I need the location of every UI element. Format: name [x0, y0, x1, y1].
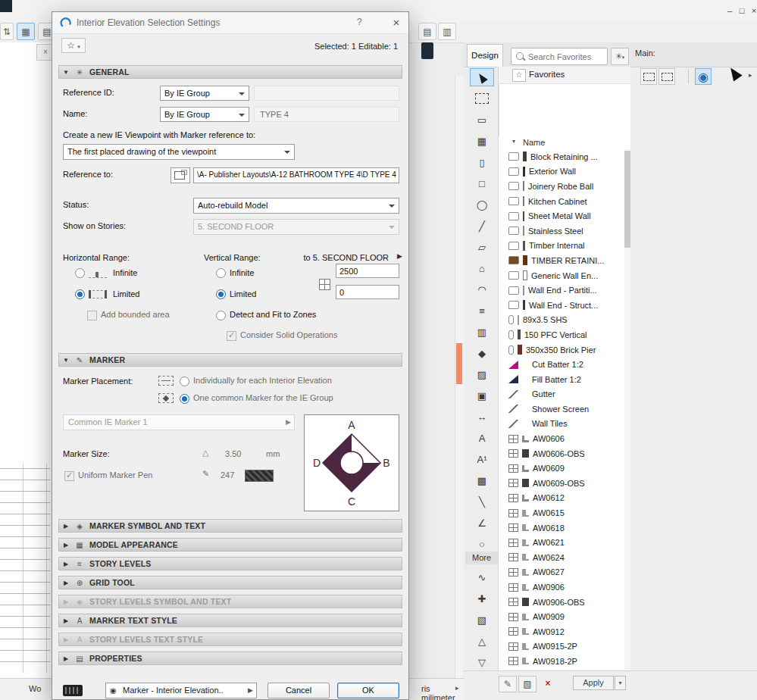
favorite-item[interactable]: 150 PFC Vertical — [499, 327, 624, 342]
favorite-item[interactable]: Kitchen Cabinet — [499, 194, 624, 209]
publish-button[interactable]: ▤ — [418, 23, 436, 40]
favorite-item[interactable]: AW0609 — [499, 461, 624, 476]
apply-button[interactable]: Apply — [573, 676, 614, 690]
favorite-item[interactable]: Fill Batter 1:2 — [499, 372, 624, 387]
new-favorite-button[interactable]: ✎ — [499, 676, 517, 692]
favorite-item[interactable]: Gutter — [499, 387, 624, 402]
favorite-item[interactable]: AW0615 — [499, 505, 624, 520]
name-dropdown[interactable]: By IE Group — [160, 107, 249, 122]
delete-favorite-button[interactable]: × — [540, 676, 556, 691]
favorite-item[interactable]: 350x350 Brick Pier — [499, 342, 624, 358]
favorite-item[interactable]: AW0906-OBS — [499, 595, 624, 610]
close-window-button[interactable]: × — [749, 5, 757, 17]
search-input[interactable] — [527, 50, 605, 64]
shell-tool[interactable]: ◠ — [470, 280, 494, 298]
door-tool[interactable]: ▯ — [470, 153, 494, 171]
cancel-button[interactable]: Cancel — [267, 683, 330, 698]
horizontal-infinite-radio[interactable] — [75, 268, 85, 278]
hotspot-tool[interactable]: ✚ — [470, 589, 494, 608]
favorite-item[interactable]: AW0621 — [499, 535, 624, 550]
favorite-item[interactable]: Generic Wall En... — [499, 268, 624, 283]
favorite-item[interactable]: AW0906 — [499, 580, 624, 595]
figure-tool[interactable]: ▧ — [470, 611, 494, 629]
zone-tool[interactable]: ▣ — [470, 386, 494, 405]
dialog-close-button[interactable]: × — [384, 12, 408, 33]
favorite-preset-button[interactable]: ☆ ▾ — [61, 38, 86, 53]
curtain-wall-tool[interactable]: ▦ — [470, 132, 494, 150]
window-tool[interactable]: □ — [470, 174, 494, 192]
navigator-icon[interactable] — [421, 42, 433, 59]
text-tool[interactable]: A — [470, 429, 494, 447]
favorites-search[interactable] — [511, 48, 608, 65]
spline-tool[interactable]: ∿ — [470, 568, 494, 586]
marker-name-dropdown[interactable]: Common IE Marker 1 ▶ — [63, 414, 295, 430]
favorite-item[interactable]: Wall End - Struct... — [499, 298, 624, 313]
section-marker-text-style[interactable]: ▶AMARKER TEXT STYLE — [58, 614, 402, 627]
favorite-item[interactable]: AW0606 — [499, 431, 624, 446]
story-flyout-arrow[interactable]: ▶ — [397, 252, 402, 260]
roof-tool[interactable]: ⌂ — [470, 259, 494, 277]
favorite-item[interactable]: TIMBER RETAINI... — [499, 253, 624, 268]
reference-id-dropdown[interactable]: By IE Group — [160, 86, 249, 101]
apply-dropdown-arrow[interactable]: ▾ — [615, 676, 626, 690]
label-tool[interactable]: A¹ — [470, 450, 494, 468]
redefine-favorite-button[interactable]: ▧ — [518, 676, 536, 692]
favorite-item[interactable]: Cut Batter 1:2 — [499, 357, 624, 372]
favorite-item[interactable]: AW0912 — [499, 624, 624, 639]
favorite-item[interactable]: AW0915-2P — [499, 639, 624, 655]
favorite-item[interactable]: Sheet Metal Wall — [499, 208, 624, 223]
drawing-canvas[interactable] — [0, 42, 52, 678]
status-expand-icon[interactable]: ▸ — [455, 684, 459, 692]
section-model-appearance[interactable]: ▶▦MODEL APPEARANCE — [58, 538, 402, 552]
favorite-item[interactable]: Timber Internal — [499, 239, 624, 254]
consider-solid-operations-checkbox[interactable] — [227, 331, 236, 341]
status-dropdown[interactable]: Auto-rebuild Model — [193, 198, 399, 214]
favorite-item[interactable]: Block Retaining ... — [499, 149, 624, 164]
polyline-tool[interactable]: ∠ — [470, 514, 494, 532]
viewpoint-dropdown[interactable]: The first placed drawing of the viewpoin… — [63, 144, 295, 160]
arrow-tool[interactable] — [470, 68, 494, 86]
favorite-item[interactable]: AW0909 — [499, 609, 624, 624]
favorites-scrollbar-thumb[interactable] — [624, 151, 630, 248]
maximize-button[interactable]: □ — [737, 5, 747, 17]
pen-color-swatch[interactable] — [245, 470, 274, 482]
favorite-item[interactable]: AW0918-2P — [499, 654, 624, 669]
uniform-marker-pen-checkbox[interactable] — [64, 471, 74, 481]
marker-style-dropdown[interactable]: ◉ Marker - Interior Elevation.. ▶ — [105, 683, 257, 698]
vertical-limited-radio[interactable] — [216, 289, 226, 299]
line-tool[interactable]: ╲ — [470, 492, 494, 511]
railing-tool[interactable]: ▥ — [470, 323, 494, 341]
beam-tool[interactable]: ╱ — [470, 217, 494, 235]
fill-tool[interactable]: ▩ — [470, 471, 494, 489]
organizer-button[interactable]: ▥ — [438, 23, 456, 40]
horizontal-limited-radio[interactable] — [75, 289, 85, 299]
ok-button[interactable]: OK — [337, 683, 399, 698]
reference-to-input[interactable]: \A- Publisher Layouts\A-12 BATHROOM TYPE… — [193, 167, 399, 183]
toolbox-more-label[interactable]: More — [465, 552, 498, 564]
dialog-titlebar[interactable]: Interior Elevation Selection Settings ? … — [52, 12, 408, 34]
favorite-item[interactable]: Wall End - Partiti... — [499, 283, 624, 298]
camera-tool[interactable]: △ — [470, 632, 494, 650]
expand-right-icon[interactable]: ▸ — [749, 71, 752, 79]
favorite-item[interactable]: AW0627 — [499, 565, 624, 580]
favorite-item[interactable]: AW0606-OBS — [499, 446, 624, 461]
dock-toggle-button[interactable]: ⇅ — [0, 23, 14, 40]
tab-design[interactable]: Design — [467, 44, 503, 67]
dock-palette-button[interactable] — [658, 68, 675, 85]
section-marker[interactable]: ▼ ✎ MARKER — [58, 353, 402, 367]
pin-palette-button[interactable] — [640, 68, 657, 85]
favorite-item[interactable]: Shower Screen — [499, 402, 624, 417]
section-marker-symbol-and-text[interactable]: ▶◈MARKER SYMBOL AND TEXT — [58, 519, 402, 533]
section-grid-tool[interactable]: ▶⊕GRID TOOL — [58, 576, 402, 589]
morph-tool[interactable]: ◆ — [470, 344, 494, 362]
favorite-item[interactable]: Wall Tiles — [499, 417, 624, 432]
dimension-tool[interactable]: ↔ — [470, 408, 494, 426]
favorites-list-header[interactable]: ▾ Name — [499, 136, 630, 150]
stair-tool[interactable]: ≡ — [470, 302, 494, 320]
grid-view-toggle-button[interactable]: ▦ — [17, 23, 35, 40]
pen-set-icon[interactable] — [63, 685, 83, 696]
mesh-tool[interactable]: ▨ — [470, 365, 494, 383]
marquee-tool[interactable] — [470, 89, 494, 108]
favorite-item[interactable]: AW0609-OBS — [499, 476, 624, 491]
common-marker-radio[interactable] — [180, 394, 189, 404]
